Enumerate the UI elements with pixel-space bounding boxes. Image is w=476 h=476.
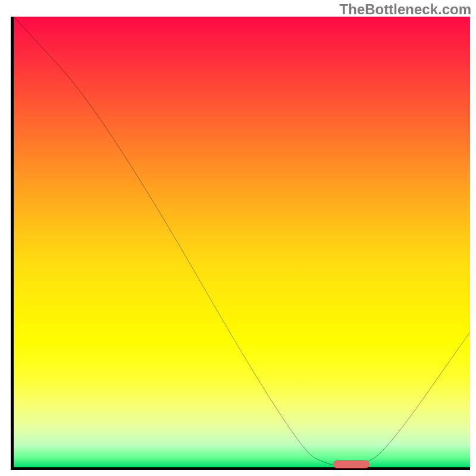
plot-area <box>11 17 470 470</box>
optimum-marker <box>333 460 369 468</box>
curve-path <box>14 17 470 467</box>
watermark-text: TheBottleneck.com <box>340 1 471 18</box>
bottleneck-curve-line <box>14 17 470 467</box>
chart-container: TheBottleneck.com <box>0 0 476 476</box>
